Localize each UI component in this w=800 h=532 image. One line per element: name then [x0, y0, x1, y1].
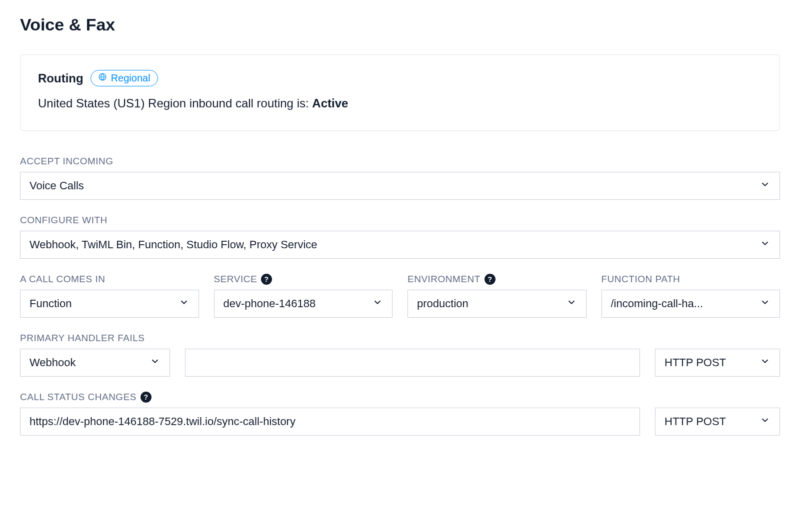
primary-handler-fails-group: PRIMARY HANDLER FAILS Webhook HTTP POST: [20, 333, 780, 377]
accept-incoming-label: ACCEPT INCOMING: [20, 156, 780, 167]
routing-status: United States (US1) Region inbound call …: [38, 96, 762, 110]
routing-heading: Routing: [38, 71, 84, 85]
chevron-down-icon: [178, 297, 190, 311]
help-icon[interactable]: ?: [261, 274, 272, 285]
call-status-url-value: https://dev-phone-146188-7529.twil.io/sy…: [30, 415, 630, 428]
function-config-row: A CALL COMES IN Function SERVICE ? dev-p…: [20, 274, 780, 318]
chevron-down-icon: [760, 179, 770, 193]
call-status-url-input[interactable]: https://dev-phone-146188-7529.twil.io/sy…: [20, 408, 640, 436]
service-label-text: SERVICE: [214, 274, 258, 285]
help-icon[interactable]: ?: [140, 392, 152, 403]
call-comes-in-value: Function: [30, 297, 174, 310]
configure-with-label: CONFIGURE WITH: [20, 215, 780, 226]
routing-status-prefix: United States (US1) Region inbound call …: [38, 96, 312, 110]
call-status-method-select[interactable]: HTTP POST: [655, 408, 780, 436]
primary-handler-fails-label: PRIMARY HANDLER FAILS: [20, 333, 780, 344]
call-status-changes-label-text: CALL STATUS CHANGES: [20, 392, 136, 403]
primary-handler-method-select[interactable]: HTTP POST: [655, 349, 780, 377]
function-path-value: /incoming-call-ha...: [611, 297, 755, 310]
primary-handler-url-input[interactable]: [185, 349, 640, 377]
chevron-down-icon: [566, 297, 577, 311]
chevron-down-icon: [372, 297, 383, 311]
regional-pill-label: Regional: [111, 72, 150, 84]
function-path-label: FUNCTION PATH: [602, 274, 780, 285]
configure-with-value: Webhook, TwiML Bin, Function, Studio Flo…: [30, 238, 754, 251]
function-path-select[interactable]: /incoming-call-ha...: [602, 290, 780, 318]
chevron-down-icon: [760, 297, 770, 311]
call-status-changes-label: CALL STATUS CHANGES ?: [20, 392, 780, 403]
routing-status-value: Active: [312, 96, 348, 110]
page-title: Voice & Fax: [20, 15, 780, 34]
primary-handler-type-select[interactable]: Webhook: [20, 349, 170, 377]
call-comes-in-group: A CALL COMES IN Function: [20, 274, 199, 318]
service-select[interactable]: dev-phone-146188: [214, 290, 393, 318]
call-comes-in-select[interactable]: Function: [20, 290, 199, 318]
environment-group: ENVIRONMENT ? production: [408, 274, 586, 318]
environment-label: ENVIRONMENT ?: [408, 274, 586, 285]
service-label: SERVICE ?: [214, 274, 393, 285]
help-icon[interactable]: ?: [484, 274, 496, 285]
function-path-group: FUNCTION PATH /incoming-call-ha...: [602, 274, 780, 318]
configure-with-select[interactable]: Webhook, TwiML Bin, Function, Studio Flo…: [20, 231, 780, 259]
service-value: dev-phone-146188: [224, 297, 368, 310]
call-status-method-value: HTTP POST: [664, 415, 754, 428]
primary-handler-type-value: Webhook: [30, 356, 144, 369]
call-comes-in-label: A CALL COMES IN: [20, 274, 199, 285]
service-group: SERVICE ? dev-phone-146188: [214, 274, 393, 318]
routing-card: Routing Regional United States (US1) Reg…: [20, 54, 780, 131]
accept-incoming-value: Voice Calls: [30, 179, 754, 192]
chevron-down-icon: [150, 356, 160, 370]
chevron-down-icon: [760, 356, 770, 370]
regional-pill[interactable]: Regional: [90, 70, 158, 86]
routing-header: Routing Regional: [38, 70, 762, 86]
accept-incoming-group: ACCEPT INCOMING Voice Calls: [20, 156, 780, 200]
chevron-down-icon: [760, 415, 770, 429]
accept-incoming-select[interactable]: Voice Calls: [20, 172, 780, 200]
globe-icon: [98, 72, 107, 84]
chevron-down-icon: [760, 238, 770, 252]
environment-select[interactable]: production: [408, 290, 586, 318]
configure-with-group: CONFIGURE WITH Webhook, TwiML Bin, Funct…: [20, 215, 780, 259]
primary-handler-method-value: HTTP POST: [664, 356, 754, 369]
call-status-changes-group: CALL STATUS CHANGES ? https://dev-phone-…: [20, 392, 780, 436]
environment-value: production: [417, 297, 561, 310]
environment-label-text: ENVIRONMENT: [408, 274, 480, 285]
